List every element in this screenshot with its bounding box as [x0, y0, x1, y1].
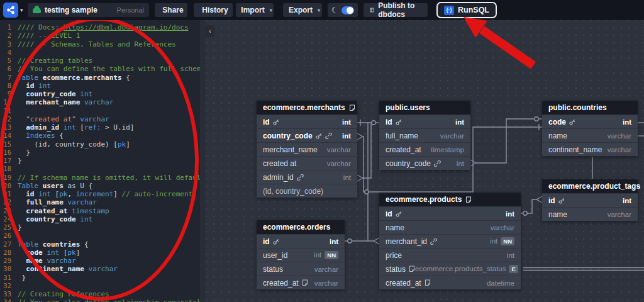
code-text: } — [18, 274, 26, 282]
field-type: varchar — [327, 146, 351, 154]
publish-to-dbdocs-button[interactable]: Publish to dbdocs — [364, 3, 428, 17]
code-line: 13 admin_id int [ref: > U.id] — [0, 123, 200, 131]
field-row[interactable]: created_atvarchar — [257, 276, 345, 289]
field-row[interactable]: namevarchar — [542, 207, 638, 221]
field-row[interactable]: idint — [379, 206, 521, 220]
key-icon — [273, 238, 279, 245]
history-button[interactable]: History — [194, 3, 233, 17]
field-type: int — [455, 118, 464, 126]
code-text: continent_name varchar — [18, 265, 118, 273]
field-row[interactable]: idint — [257, 115, 357, 128]
field-row[interactable]: user_idintNN — [257, 248, 345, 262]
table-header[interactable]: ecommerce.merchants — [257, 101, 357, 115]
field-name: full_name — [386, 131, 440, 140]
not-null-badge: NN — [501, 237, 514, 245]
dbml-code-editor[interactable]: 1//// Docs: https://dbml.dbdiagram.io/do… — [0, 20, 200, 302]
chevron-left-icon: ‹ — [209, 28, 211, 35]
field-row[interactable]: priceint — [379, 248, 521, 262]
code-line: 23 created_at timestamp — [0, 207, 200, 215]
chevron-down-icon[interactable]: ▾ — [20, 7, 23, 13]
code-text: id int [pk, increment] // auto-increment — [18, 190, 192, 198]
code-line: 11 — [0, 107, 200, 115]
note-icon — [302, 279, 308, 286]
field-row[interactable]: merchant_namevarchar — [257, 142, 357, 156]
field-type: datetime — [487, 279, 514, 287]
code-lines: 1//// Docs: https://dbml.dbdiagram.io/do… — [0, 20, 200, 302]
code-line: 2//// -- LEVEL 1 — [0, 31, 200, 40]
code-line: 25} — [0, 223, 200, 232]
import-label: Import — [241, 6, 264, 14]
line-number: 22 — [0, 198, 18, 206]
code-text: } — [18, 223, 22, 232]
dark-mode-toggle[interactable]: ☾ — [328, 3, 358, 17]
code-text: Indexes { — [18, 131, 64, 140]
field-row[interactable]: merchant_idintNN — [379, 234, 521, 248]
field-row[interactable]: statusecommerce.products_statusE — [379, 262, 521, 276]
code-line: 15 (id, country_code) [pk] — [0, 140, 200, 148]
export-button[interactable]: Export ▾ — [283, 3, 322, 17]
field-type: varchar — [327, 160, 351, 167]
field-name: id — [386, 210, 506, 218]
table-title: ecommerce.merchants — [263, 103, 345, 112]
table-header[interactable]: ecommerce.products — [379, 193, 521, 206]
link-icon — [430, 238, 437, 245]
table-header[interactable]: ecommerce.product_tags — [542, 179, 638, 193]
field-name: id — [263, 118, 342, 126]
code-line: 19// If schema name is omitted, it will … — [0, 174, 200, 182]
table-ecommerce-orders[interactable]: ecommerce.ordersidintuser_idintNNstatusv… — [257, 220, 345, 289]
line-number: 16 — [0, 148, 18, 157]
editor-scrollbar[interactable] — [200, 20, 206, 302]
app-logo-button[interactable] — [3, 3, 18, 18]
diagram-title-field[interactable]: testing sample Personal — [28, 3, 149, 17]
field-row[interactable]: codeint — [542, 115, 638, 128]
code-line: 16 } — [0, 148, 200, 157]
field-row[interactable]: country_codeint — [379, 156, 470, 170]
toggle-switch[interactable] — [341, 6, 354, 14]
runsql-button[interactable]: (·) RunSQL — [436, 2, 497, 18]
code-line: 32 — [0, 282, 200, 290]
table-ecommerce-merchants[interactable]: ecommerce.merchantsidintcountry_codeintm… — [257, 101, 357, 198]
note-icon — [465, 196, 472, 203]
field-row[interactable]: namevarchar — [379, 220, 521, 234]
field-row[interactable]: created_attimestamp — [379, 142, 470, 156]
field-row[interactable]: namevarchar — [542, 128, 638, 142]
import-button[interactable]: Import ▾ — [236, 3, 274, 17]
field-row[interactable]: idint — [542, 193, 638, 207]
field-type: int — [342, 118, 351, 126]
table-ecommerce-product_tags[interactable]: ecommerce.product_tagsidintnamevarchar — [542, 179, 638, 221]
field-row[interactable]: idint — [379, 115, 470, 128]
share-label: Share — [162, 6, 183, 14]
line-number: 25 — [0, 223, 18, 232]
field-row[interactable]: created_atdatetime — [379, 276, 521, 289]
line-number: 3 — [0, 40, 18, 48]
field-row[interactable]: country_codeint — [257, 128, 357, 142]
field-row[interactable]: created atvarchar — [257, 156, 357, 170]
field-row[interactable]: statusvarchar — [257, 262, 345, 276]
line-number: 29 — [0, 257, 18, 265]
code-line: 30 continent_name varchar — [0, 265, 200, 273]
field-row[interactable]: admin_idint — [257, 170, 357, 184]
chevron-down-icon: ▾ — [318, 8, 320, 13]
code-text: //// Docs: https://dbml.dbdiagram.io/doc… — [18, 23, 189, 31]
table-header[interactable]: public.users — [379, 101, 470, 115]
field-row[interactable]: full_namevarchar — [379, 128, 470, 142]
table-ecommerce-products[interactable]: ecommerce.productsidintnamevarcharmercha… — [379, 193, 521, 289]
code-line: 26 — [0, 232, 200, 240]
field-type: int — [342, 132, 351, 140]
table-header[interactable]: public.countries — [542, 101, 638, 115]
not-null-badge: NN — [325, 251, 338, 259]
link-icon — [325, 133, 332, 139]
table-public-users[interactable]: public.usersidintfull_namevarcharcreated… — [379, 101, 470, 170]
field-row[interactable]: (id, country_code) — [257, 184, 357, 198]
code-text: } — [18, 148, 30, 157]
field-type: varchar — [314, 279, 338, 287]
table-header[interactable]: ecommerce.orders — [257, 220, 345, 234]
field-name: merchant_id — [386, 237, 490, 246]
editor-collapse-button[interactable]: ‹ — [206, 25, 214, 37]
table-title: public.countries — [548, 103, 607, 112]
code-text: full_name varchar — [18, 198, 97, 206]
field-row[interactable]: continent_namevarchar — [542, 142, 638, 156]
table-public-countries[interactable]: public.countriescodeintnamevarcharcontin… — [542, 101, 638, 156]
share-button[interactable]: Share — [155, 3, 187, 17]
field-row[interactable]: idint — [257, 234, 345, 248]
